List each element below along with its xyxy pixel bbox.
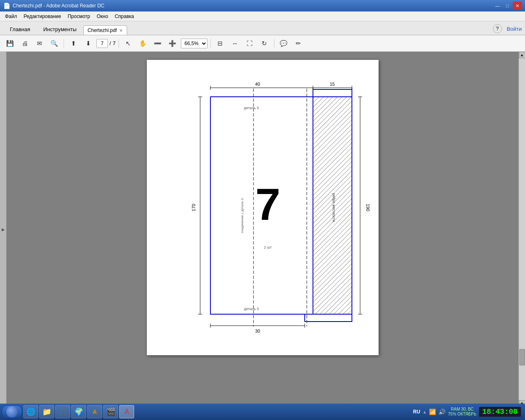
network-icon[interactable]: 📶 (429, 409, 436, 415)
tray-arrow-icon: ▲ (422, 410, 427, 414)
svg-text:соединение с деталь 3: соединение с деталь 3 (240, 198, 244, 233)
zoom-select[interactable]: 50% 66,5% 75% 100% 125% 150% 200% (181, 39, 208, 48)
comment-button[interactable]: 💬 (277, 37, 290, 50)
svg-text:7: 7 (255, 179, 280, 229)
left-arrow-icon: ▶ (2, 227, 5, 232)
pdf-viewer[interactable]: 40 15 170 190 (7, 52, 518, 407)
page-nav: / 7 (96, 39, 116, 48)
taskbar-explorer[interactable]: 📁 (39, 405, 54, 418)
email-button[interactable]: ✉ (33, 37, 46, 50)
sep2 (119, 39, 119, 48)
prev-page-button[interactable]: ⬆ (67, 37, 80, 50)
autocad-icon: A (93, 409, 97, 415)
window-title: Chertezhi.pdf - Adobe Acrobat Reader DC (13, 3, 104, 9)
markup-button[interactable]: ✏ (292, 37, 305, 50)
scroll-thumb[interactable] (519, 349, 525, 365)
title-bar: 📄 Chertezhi.pdf - Adobe Acrobat Reader D… (0, 0, 525, 11)
svg-text:ребро жёсткости: ребро жёсткости (332, 193, 336, 222)
fit-width-button[interactable]: ↔ (228, 37, 242, 50)
page-sep: / (110, 40, 111, 46)
next-page-button[interactable]: ⬇ (82, 37, 95, 50)
svg-text:30: 30 (255, 329, 260, 333)
menu-edit[interactable]: Редактирование (21, 13, 64, 20)
zoom-out-button[interactable]: ➖ (151, 37, 164, 50)
tab-home[interactable]: Главная (3, 24, 37, 35)
tab-left: Главная Инструменты Chertezhi.pdf ✕ (3, 24, 127, 35)
drawing-content: 40 15 170 190 (147, 60, 379, 355)
hand-tool-button[interactable]: ✋ (137, 37, 150, 50)
save-button[interactable]: 💾 (3, 37, 16, 50)
find-button[interactable]: 🔍 (48, 37, 61, 50)
close-button[interactable]: ✕ (513, 2, 522, 10)
file-tab-close[interactable]: ✕ (119, 28, 123, 33)
ie-icon: 🌐 (26, 407, 35, 416)
taskbar-autocad[interactable]: A (87, 405, 102, 418)
file-tab-name: Chertezhi.pdf (88, 27, 117, 33)
taskbar-chrome[interactable]: 🌍 (71, 405, 86, 418)
lang-indicator: RU (413, 409, 420, 415)
taskbar: 🌐 📁 🎵 🌍 A 🎬 A RU ▲ 📶 🔊 RAM 30, ВС 75% ОК… (0, 404, 525, 420)
page-total: 7 (113, 40, 116, 46)
svg-text:деталь 5: деталь 5 (244, 106, 258, 110)
sep3 (210, 39, 211, 48)
title-bar-left: 📄 Chertezhi.pdf - Adobe Acrobat Reader D… (3, 2, 104, 9)
menu-file[interactable]: Файл (2, 13, 21, 20)
tab-tools[interactable]: Инструменты (37, 24, 83, 35)
fit-page-button[interactable]: ⊟ (214, 37, 227, 50)
svg-text:170: 170 (191, 204, 196, 211)
svg-text:40: 40 (255, 82, 260, 87)
title-bar-controls: — □ ✕ (493, 2, 522, 10)
toolbar: 💾 🖨 ✉ 🔍 ⬆ ⬇ / 7 ↖ ✋ ➖ ➕ 50% 66,5% 75% 10… (0, 35, 525, 52)
start-button[interactable] (2, 405, 22, 418)
explorer-icon: 📁 (42, 407, 51, 416)
help-button[interactable]: ? (493, 24, 502, 33)
page-number-input[interactable] (96, 39, 108, 48)
menu-view[interactable]: Просмотр (64, 13, 94, 20)
select-tool-button[interactable]: ↖ (122, 37, 135, 50)
tab-bar: Главная Инструменты Chertezhi.pdf ✕ ? Во… (0, 21, 525, 35)
app-icon: 📄 (3, 2, 10, 9)
maximize-button[interactable]: □ (503, 2, 512, 10)
right-scrollbar[interactable]: ▲ ▼ (518, 52, 525, 407)
start-orb (6, 406, 18, 418)
mediaplayer-icon: 🎵 (58, 407, 67, 416)
print-button[interactable]: 🖨 (18, 37, 31, 50)
taskbar-ie[interactable]: 🌐 (23, 405, 38, 418)
clock-display: 18:43:08 (479, 407, 521, 417)
scroll-track[interactable] (519, 58, 525, 400)
minimize-button[interactable]: — (493, 2, 502, 10)
svg-text:190: 190 (365, 204, 370, 211)
zoom-in-button[interactable]: ➕ (166, 37, 179, 50)
taskbar-video[interactable]: 🎬 (103, 405, 118, 418)
video-icon: 🎬 (106, 407, 115, 416)
tab-right: ? Войти (493, 24, 522, 35)
pdf-page: 40 15 170 190 (147, 60, 379, 355)
rotate-button[interactable]: ↻ (258, 37, 271, 50)
login-button[interactable]: Войти (507, 26, 522, 32)
chrome-icon: 🌍 (74, 407, 83, 416)
drawing-svg: 40 15 170 190 (147, 60, 379, 355)
sep1 (64, 39, 64, 48)
main-area: ▶ (0, 52, 525, 407)
taskbar-mediaplayer[interactable]: 🎵 (55, 405, 70, 418)
file-tab[interactable]: Chertezhi.pdf ✕ (83, 25, 127, 35)
ram-sub: 75% ОКТЯБРЬ (448, 412, 476, 417)
menu-bar: Файл Редактирование Просмотр Окно Справк… (0, 11, 525, 21)
menu-help[interactable]: Справка (112, 13, 137, 20)
taskbar-tray: RU ▲ 📶 🔊 RAM 30, ВС 75% ОКТЯБРЬ 18:43:08 (413, 407, 523, 417)
taskbar-acrobat[interactable]: A (119, 405, 134, 418)
ram-info: RAM 30, ВС 75% ОКТЯБРЬ (448, 407, 476, 417)
ram-label: RAM 30, ВС (448, 407, 476, 412)
svg-text:деталь 5: деталь 5 (244, 307, 258, 311)
sep4 (274, 39, 274, 48)
svg-text:15: 15 (329, 82, 334, 87)
full-screen-button[interactable]: ⛶ (243, 37, 256, 50)
left-panel-toggle[interactable]: ▶ (0, 52, 7, 407)
acrobat-icon: A (125, 408, 129, 415)
scroll-up-button[interactable]: ▲ (519, 52, 525, 58)
sound-icon[interactable]: 🔊 (438, 409, 445, 415)
menu-window[interactable]: Окно (94, 13, 112, 20)
svg-text:2 шт: 2 шт (264, 245, 272, 249)
